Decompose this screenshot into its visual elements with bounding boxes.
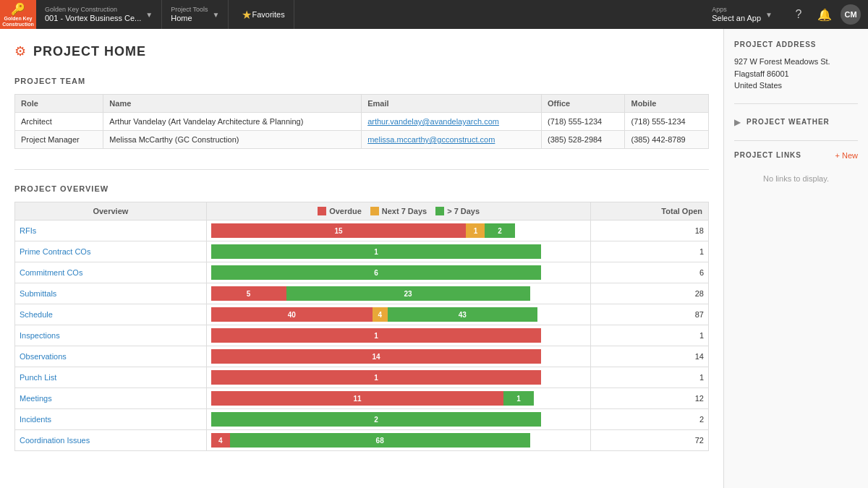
overview-label[interactable]: Incidents [15,409,207,430]
bar-yellow: 1 [466,223,485,238]
project-overview-title: PROJECT OVERVIEW [14,184,709,193]
team-mobile: (385) 442-8789 [625,131,709,149]
team-name: Melissa McCarthy (GC Construction) [103,131,362,149]
bar-container: 14 [211,349,587,364]
overview-total: 72 [591,430,709,451]
beyond7-dot [435,207,444,215]
sidebar-divider-2 [734,140,858,141]
project-address: 927 W Forest Meadows St. Flagstaff 86001… [734,56,858,92]
bar-container: 6 [211,265,587,280]
team-email: arthur.vandelay@avandelayarch.com [362,113,542,131]
overview-row: Meetings 111 12 [15,388,709,409]
table-row: Architect Arthur Vandelay (Art Vandelay … [15,113,709,131]
overview-row: Inspections 1 1 [15,325,709,346]
bar-red: 5 [211,286,286,301]
overview-row: Prime Contract COs 1 1 [15,241,709,262]
bar-red: 14 [211,349,541,364]
overview-row: Incidents 2 2 [15,409,709,430]
team-email: melissa.mccarthy@gcconstruct.com [362,131,542,149]
settings-icon: ⚙ [14,43,26,59]
legend-header: Overdue Next 7 Days > 7 Days [206,202,591,221]
bar-container: 1 [211,370,587,385]
sidebar-divider-1 [734,103,858,104]
home-label: Home [171,14,208,22]
help-button[interactable]: ? [788,4,809,25]
team-mobile: (718) 555-1234 [625,113,709,131]
overview-label[interactable]: Meetings [15,388,207,409]
overview-bar-cell: 111 [206,388,591,409]
col-office: Office [542,95,625,113]
col-role: Role [15,95,103,113]
overview-row: Commitment COs 6 6 [15,262,709,283]
beyond7-label: > 7 Days [447,207,480,215]
overview-bar-cell: 468 [206,430,591,451]
team-name: Arthur Vandelay (Art Vandelay Architectu… [103,113,362,131]
overdue-label: Overdue [329,207,362,215]
overview-bar-cell: 1512 [206,221,591,241]
overview-bar-cell: 1 [206,367,591,388]
legend-next7: Next 7 Days [370,207,427,215]
favorites-button[interactable]: ★ Favorites [229,0,294,29]
links-header-row: PROJECT LINKS + New [734,151,858,160]
bar-red: 40 [211,307,373,322]
bar-container: 523 [211,286,587,301]
col-name: Name [103,95,362,113]
overview-bar-cell: 1 [206,241,591,262]
overview-bar-cell: 1 [206,325,591,346]
bar-green: 23 [286,286,530,301]
overview-total: 18 [591,221,709,241]
top-navigation: 🔑 Golden KeyConstruction Golden Key Cons… [0,0,868,29]
team-office: (385) 528-2984 [542,131,625,149]
overview-label[interactable]: Commitment COs [15,262,207,283]
bar-red: 15 [211,223,467,238]
bar-container: 2 [211,412,587,427]
weather-title: PROJECT WEATHER [746,118,830,126]
bar-green: 2 [485,223,514,238]
overview-bar-cell: 6 [206,262,591,283]
team-role: Project Manager [15,131,103,149]
company-selector[interactable]: Golden Key Construction 001 - Vortex Bus… [36,0,162,29]
bar-container: 111 [211,391,587,406]
overview-label[interactable]: Observations [15,346,207,367]
project-team-table: Role Name Email Office Mobile Architect … [14,94,709,149]
overview-row: Punch List 1 1 [15,367,709,388]
notifications-button[interactable]: 🔔 [814,4,835,25]
user-avatar[interactable]: CM [841,4,861,25]
overview-bar-cell: 2 [206,409,591,430]
overview-total: 12 [591,388,709,409]
overdue-dot [318,207,326,215]
overview-total: 14 [591,346,709,367]
new-link-button[interactable]: + New [835,151,859,160]
weather-row[interactable]: ▶ PROJECT WEATHER [734,114,858,130]
overview-col-header: Overview [15,202,207,221]
overview-total: 1 [591,325,709,346]
company-logo[interactable]: 🔑 Golden KeyConstruction [0,0,36,29]
address-title: PROJECT ADDRESS [734,40,858,48]
overview-bar-cell: 14 [206,346,591,367]
overview-label[interactable]: Coordination Issues [15,430,207,451]
overview-total: 28 [591,283,709,304]
legend-beyond7: > 7 Days [435,207,480,215]
overview-label[interactable]: Prime Contract COs [15,241,207,262]
overview-table: Overview Overdue Next 7 Days [14,202,709,451]
overview-row: RFIs 1512 18 [15,221,709,241]
overview-label[interactable]: Punch List [15,367,207,388]
overview-bar-cell: 523 [206,283,591,304]
team-office: (718) 555-1234 [542,113,625,131]
overview-bar-cell: 40443 [206,304,591,325]
project-tools-selector[interactable]: Project Tools Home ▼ [162,0,229,29]
star-icon: ★ [242,8,252,22]
company-label: Golden Key Construction [45,7,141,13]
bar-red: 1 [211,370,541,385]
legend-overdue: Overdue [318,207,362,215]
table-row: Project Manager Melissa McCarthy (GC Con… [15,131,709,149]
overview-label[interactable]: Inspections [15,325,207,346]
overview-label[interactable]: Schedule [15,304,207,325]
overview-total: 87 [591,304,709,325]
right-sidebar: PROJECT ADDRESS 927 W Forest Meadows St.… [723,29,868,488]
apps-selector[interactable]: Apps Select an App ▼ [703,0,781,29]
main-content: ⚙ PROJECT HOME PROJECT TEAM Role Name Em… [0,29,723,488]
overview-label[interactable]: RFIs [15,221,207,241]
main-layout: ⚙ PROJECT HOME PROJECT TEAM Role Name Em… [0,29,868,488]
overview-label[interactable]: Submittals [15,283,207,304]
